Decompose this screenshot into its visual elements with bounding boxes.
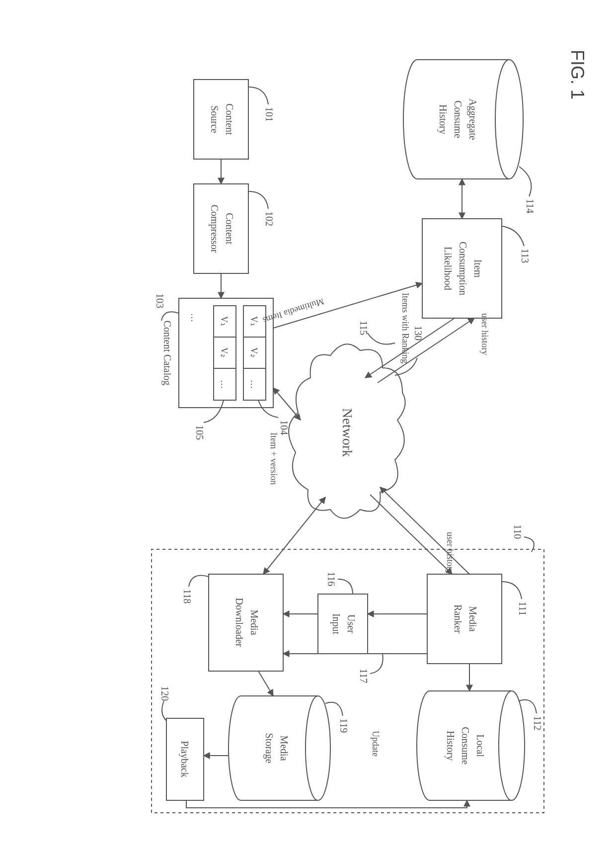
edge-ranker-downloader: 117	[283, 654, 427, 683]
ref-116: 116	[326, 572, 337, 586]
svg-text:V₁: V₁	[249, 316, 259, 326]
diagram-canvas: FIG. 1 Aggregate Consume History 114 Ite…	[0, 0, 616, 858]
ref-113: 113	[520, 249, 531, 263]
ref-104: 104	[279, 420, 290, 435]
svg-text:user history: user history	[445, 532, 455, 574]
svg-rect-39	[427, 574, 502, 664]
svg-text:…: …	[249, 380, 259, 389]
svg-text:Aggregate: Aggregate	[467, 98, 478, 140]
figure-label: FIG. 1	[567, 50, 588, 99]
ref-102: 102	[264, 211, 275, 226]
svg-text:History: History	[437, 104, 449, 134]
user-input: User Input 116	[318, 572, 368, 654]
svg-text:Content Catalog: Content Catalog	[161, 321, 173, 386]
client-device-box: 110	[152, 524, 544, 813]
ref-103: 103	[154, 293, 165, 308]
svg-line-9	[378, 318, 474, 383]
edge-user-history-left: user history	[378, 313, 490, 383]
svg-text:Media: Media	[249, 609, 260, 635]
ref-112: 112	[532, 716, 543, 730]
svg-text:V₂: V₂	[249, 347, 259, 357]
svg-rect-49	[318, 594, 368, 654]
ref-114: 114	[525, 199, 536, 213]
svg-text:Storage: Storage	[263, 733, 275, 763]
ref-117: 117	[358, 669, 369, 683]
svg-rect-13	[194, 80, 248, 159]
svg-text:Media: Media	[279, 735, 290, 761]
svg-point-56	[306, 696, 330, 800]
svg-text:V₁: V₁	[219, 316, 229, 326]
svg-text:…: …	[219, 380, 229, 389]
svg-text:User: User	[346, 614, 357, 633]
content-source: Content Source 101	[194, 80, 275, 159]
ref-130: 130	[413, 326, 424, 341]
svg-text:Item + version: Item + version	[269, 432, 279, 485]
ref-110: 110	[512, 524, 523, 539]
svg-text:Consumption: Consumption	[457, 242, 468, 295]
ref-111: 111	[517, 601, 528, 616]
svg-text:Likelihood: Likelihood	[443, 247, 454, 290]
edge-downloader-storage	[258, 671, 273, 696]
svg-text:…: …	[189, 313, 199, 322]
svg-text:Consume: Consume	[460, 727, 471, 765]
svg-point-42	[499, 691, 525, 800]
svg-text:Media: Media	[467, 606, 478, 631]
svg-rect-16	[194, 184, 248, 273]
svg-text:Multimedia Items: Multimedia Items	[262, 296, 325, 326]
svg-text:Content: Content	[224, 103, 235, 135]
edge-network-ranker: user history	[370, 487, 469, 574]
svg-line-47	[370, 495, 452, 574]
svg-text:Item: Item	[472, 259, 483, 278]
edge-items-with-ranking: Items with Ranking 115	[358, 293, 455, 378]
ref-120: 120	[159, 686, 170, 701]
svg-text:Items with Ranking: Items with Ranking	[400, 293, 410, 363]
ref-105: 105	[194, 425, 205, 440]
aggregate-consume-history: Aggregate Consume History 114	[403, 60, 536, 213]
svg-text:Network: Network	[340, 408, 355, 457]
media-downloader: Media Downloader 118	[182, 574, 283, 671]
edge-multimedia-items: Multimedia Items	[262, 283, 422, 328]
ref-115: 115	[358, 321, 369, 335]
svg-rect-53	[209, 574, 283, 671]
playback: Playback 120	[159, 686, 204, 800]
svg-text:Downloader: Downloader	[234, 598, 245, 647]
edge-network-downloader	[263, 497, 325, 574]
svg-text:Ranker: Ranker	[453, 604, 463, 633]
ref-119: 119	[338, 718, 349, 733]
svg-text:Input: Input	[330, 613, 342, 635]
svg-rect-38	[152, 549, 544, 813]
svg-text:Update: Update	[371, 731, 381, 757]
svg-text:History: History	[445, 731, 456, 761]
item-consumption-likelihood: Item Consumption Likelihood 113	[422, 219, 531, 318]
media-storage: Media Storage 119	[229, 696, 349, 800]
svg-text:Consume: Consume	[453, 100, 463, 138]
media-ranker: Media Ranker 111	[427, 574, 528, 664]
svg-point-0	[495, 60, 523, 179]
svg-text:Source: Source	[209, 105, 220, 133]
svg-text:user history: user history	[480, 313, 490, 355]
svg-text:Local: Local	[475, 734, 486, 757]
content-compressor: Content Compressor 102	[194, 184, 275, 273]
svg-text:Playback: Playback	[179, 741, 190, 777]
svg-text:V₂: V₂	[219, 347, 229, 357]
ref-118: 118	[182, 589, 193, 603]
local-consume-history: Local Consume History 112	[417, 691, 543, 800]
svg-text:Content: Content	[224, 213, 235, 245]
svg-line-46	[380, 487, 469, 574]
svg-text:Compressor: Compressor	[209, 205, 220, 253]
ref-101: 101	[264, 107, 275, 122]
